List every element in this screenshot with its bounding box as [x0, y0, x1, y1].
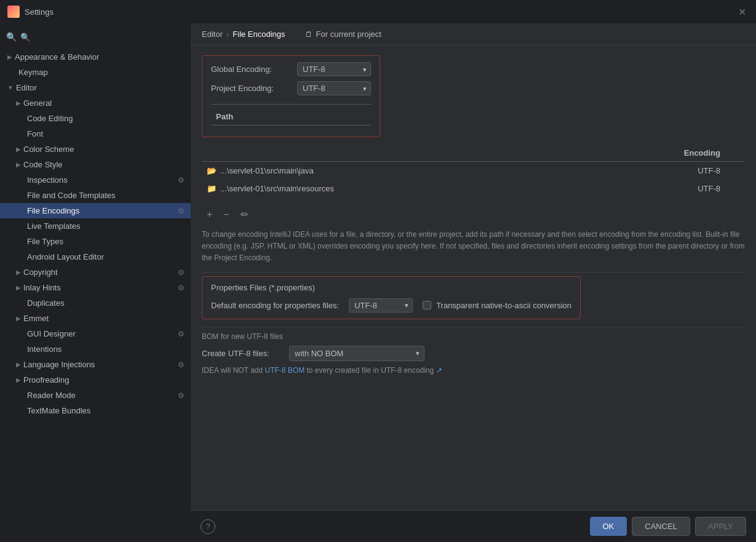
sidebar-item-label: Language Injections [23, 360, 178, 369]
sidebar-item-label: Live Templates [27, 221, 185, 231]
transparent-checkbox[interactable] [423, 301, 431, 309]
bom-create-label: Create UTF-8 files: [202, 349, 282, 358]
sidebar-item-label: File Encodings [27, 206, 178, 215]
sidebar-item-label: Proofreading [23, 375, 185, 385]
project-encoding-select-wrapper[interactable]: UTF-8 UTF-16 ISO-8859-1 windows-1252 US-… [297, 81, 371, 95]
gear-icon: ⚙ [178, 284, 185, 292]
chevron-icon: ▶ [16, 377, 21, 383]
content-area: Editor › File Encodings 🗒 For current pr… [191, 23, 756, 542]
chevron-icon: ▶ [16, 100, 21, 106]
sidebar-item-label: Duplicates [27, 298, 185, 308]
chevron-icon: ▶ [16, 361, 21, 368]
sidebar-item-label: Intentions [27, 345, 185, 354]
sidebar-item-emmet[interactable]: ▶Emmet [0, 311, 191, 326]
properties-encoding-label: Default encoding for properties files: [211, 301, 339, 310]
sidebar-item-label: Android Layout Editor [27, 252, 185, 261]
search-icon: 🔍 [6, 32, 17, 42]
footer: ? OK CANCEL APPLY [191, 510, 756, 542]
properties-encoding-select-wrapper[interactable]: UTF-8 UTF-16 ISO-8859-1 [349, 298, 413, 313]
global-encoding-select[interactable]: UTF-8 UTF-16 ISO-8859-1 windows-1252 US-… [297, 62, 371, 76]
bom-note: IDEA will NOT add UTF-8 BOM to every cre… [202, 366, 745, 375]
properties-box: Properties Files (*.properties) Default … [202, 276, 581, 319]
project-encoding-select[interactable]: UTF-8 UTF-16 ISO-8859-1 windows-1252 US-… [297, 81, 371, 95]
project-label: For current project [316, 30, 381, 39]
encoding-cell: UTF-8 [568, 162, 745, 180]
breadcrumb: Editor › File Encodings [202, 30, 285, 39]
apply-button[interactable]: APPLY [695, 517, 746, 536]
gear-icon: ⚙ [178, 361, 185, 369]
sidebar-item-gui-designer[interactable]: GUI Designer⚙ [0, 326, 191, 341]
table-row[interactable]: 📁...\servlet-01\src\main\resourcesUTF-8 [202, 180, 745, 197]
sidebar-item-label: GUI Designer [27, 329, 178, 338]
search-bar[interactable]: 🔍 [0, 28, 191, 46]
sidebar-item-file-encodings[interactable]: File Encodings⚙ [0, 203, 191, 218]
close-button[interactable]: ✕ [736, 5, 749, 19]
path-encoding-table: Path Encoding [211, 108, 371, 126]
window-title: Settings [25, 7, 54, 17]
remove-path-button[interactable]: − [221, 208, 231, 221]
sidebar-item-intentions[interactable]: Intentions [0, 341, 191, 357]
table-header-encoding: Encoding [568, 145, 745, 162]
sidebar-item-file-types[interactable]: File Types [0, 234, 191, 249]
sidebar-items-container: ▶Appearance & BehaviorKeymap▼Editor▶Gene… [0, 49, 191, 418]
sidebar-item-language-injections[interactable]: ▶Language Injections⚙ [0, 357, 191, 372]
project-icon: 🗒 [305, 30, 312, 39]
edit-path-button[interactable]: ✏ [238, 207, 251, 221]
title-bar: Settings ✕ [0, 0, 756, 23]
search-input[interactable] [20, 33, 185, 42]
sidebar-item-reader-mode[interactable]: Reader Mode⚙ [0, 388, 191, 403]
sidebar-item-inlay-hints[interactable]: ▶Inlay Hints⚙ [0, 280, 191, 295]
sidebar-item-label: Color Scheme [23, 145, 185, 154]
global-encoding-label: Global Encoding: [211, 65, 291, 74]
sidebar-item-font[interactable]: Font [0, 126, 191, 141]
sidebar-item-android-layout[interactable]: Android Layout Editor [0, 249, 191, 265]
table-row[interactable]: 📂...\servlet-01\src\main\javaUTF-8 [202, 162, 745, 180]
sidebar-item-textmate-bundles[interactable]: TextMate Bundles [0, 403, 191, 418]
path-text: ...\servlet-01\src\main\java [220, 166, 314, 175]
bom-select-wrapper[interactable]: with NO BOM with BOM with BOM if needed [289, 346, 424, 361]
sidebar-item-label: Editor [16, 83, 185, 92]
chevron-icon: ▶ [16, 146, 21, 153]
transparent-label: Transparent native-to-ascii conversion [436, 301, 571, 310]
bom-note-link[interactable]: ↗ [436, 366, 442, 375]
transparent-checkbox-row[interactable]: Transparent native-to-ascii conversion [423, 301, 571, 310]
project-encoding-label: Project Encoding: [211, 84, 291, 93]
sidebar-item-live-templates[interactable]: Live Templates [0, 218, 191, 234]
gear-icon: ⚙ [178, 391, 185, 400]
chevron-icon: ▶ [16, 161, 21, 168]
cancel-button[interactable]: CANCEL [632, 517, 690, 536]
project-encoding-row: Project Encoding: UTF-8 UTF-16 ISO-8859-… [211, 81, 371, 95]
sidebar-item-duplicates[interactable]: Duplicates [0, 295, 191, 311]
footer-left: ? [201, 519, 215, 534]
properties-encoding-select[interactable]: UTF-8 UTF-16 ISO-8859-1 [349, 298, 413, 313]
bom-select[interactable]: with NO BOM with BOM with BOM if needed [289, 346, 424, 361]
gear-icon: ⚙ [178, 268, 185, 277]
sidebar-item-keymap[interactable]: Keymap [0, 65, 191, 80]
bom-note-prefix: IDEA will NOT add [202, 366, 265, 375]
path-cell: 📁...\servlet-01\src\main\resources [207, 184, 563, 193]
sidebar-item-file-code-templates[interactable]: File and Code Templates [0, 188, 191, 203]
global-encoding-select-wrapper[interactable]: UTF-8 UTF-16 ISO-8859-1 windows-1252 US-… [297, 62, 371, 76]
help-button[interactable]: ? [201, 519, 215, 534]
sidebar-item-color-scheme[interactable]: ▶Color Scheme [0, 141, 191, 157]
bom-row: Create UTF-8 files: with NO BOM with BOM… [202, 346, 745, 361]
footer-buttons: OK CANCEL APPLY [590, 517, 747, 536]
ok-button[interactable]: OK [590, 517, 627, 536]
add-path-button[interactable]: + [204, 208, 215, 221]
sidebar-item-editor[interactable]: ▼Editor [0, 80, 191, 95]
chevron-icon: ▶ [16, 284, 21, 291]
col-header-encoding: Encoding [325, 108, 371, 126]
chevron-icon: ▶ [7, 54, 12, 60]
sidebar-item-copyright[interactable]: ▶Copyright⚙ [0, 265, 191, 280]
encoding-cell: UTF-8 [568, 180, 745, 197]
sidebar-item-label: Inlay Hints [23, 283, 178, 292]
sidebar-item-label: Font [27, 129, 185, 138]
sidebar-item-proofreading[interactable]: ▶Proofreading [0, 372, 191, 388]
sidebar-item-label: Keymap [18, 68, 185, 77]
sidebar-item-code-editing[interactable]: Code Editing [0, 111, 191, 126]
sidebar-item-code-style[interactable]: ▶Code Style [0, 157, 191, 172]
sidebar-item-general[interactable]: ▶General [0, 95, 191, 111]
sidebar-item-inspections[interactable]: Inspections⚙ [0, 172, 191, 188]
breadcrumb-project[interactable]: 🗒 For current project [305, 30, 381, 39]
sidebar-item-appearance[interactable]: ▶Appearance & Behavior [0, 49, 191, 65]
